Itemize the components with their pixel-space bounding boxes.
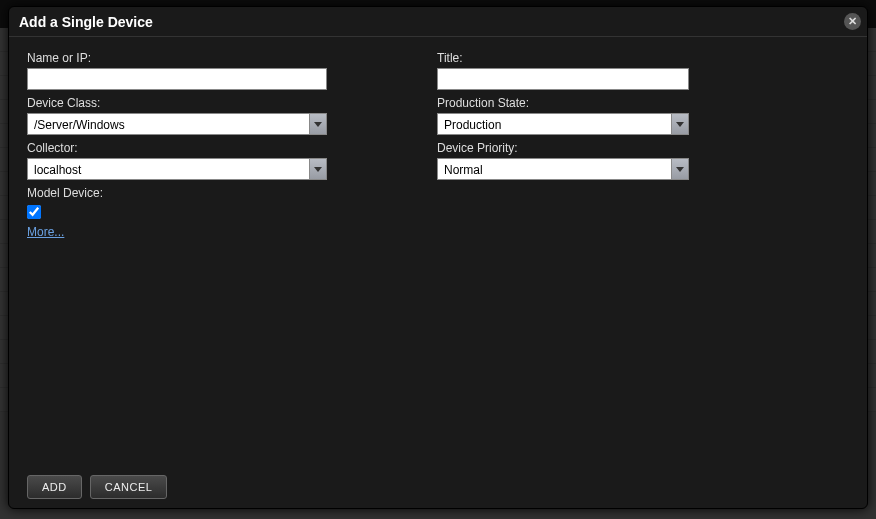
modal-header: Add a Single Device ✕ <box>9 7 867 37</box>
more-link[interactable]: More... <box>27 225 64 239</box>
collector-select[interactable]: localhost <box>27 158 327 180</box>
model-device-label: Model Device: <box>27 186 327 200</box>
cancel-button[interactable]: CANCEL <box>90 475 168 499</box>
priority-select[interactable]: Normal <box>437 158 689 180</box>
add-button[interactable]: ADD <box>27 475 82 499</box>
prod-state-value: Production <box>437 113 689 135</box>
title-label: Title: <box>437 51 737 65</box>
collector-label: Collector: <box>27 141 327 155</box>
collector-value: localhost <box>27 158 327 180</box>
device-class-value: /Server/Windows <box>27 113 327 135</box>
chevron-down-icon[interactable] <box>309 158 327 180</box>
device-class-label: Device Class: <box>27 96 327 110</box>
priority-value: Normal <box>437 158 689 180</box>
left-column: Name or IP: Device Class: /Server/Window… <box>27 51 327 456</box>
modal-body: Name or IP: Device Class: /Server/Window… <box>9 37 867 466</box>
priority-label: Device Priority: <box>437 141 737 155</box>
close-icon: ✕ <box>848 15 857 27</box>
title-input[interactable] <box>437 68 689 90</box>
chevron-down-icon[interactable] <box>309 113 327 135</box>
model-device-checkbox[interactable] <box>27 205 41 219</box>
chevron-down-icon[interactable] <box>671 158 689 180</box>
modal-footer: ADD CANCEL <box>9 466 867 508</box>
name-input[interactable] <box>27 68 327 90</box>
right-column: Title: Production State: Production Devi… <box>437 51 737 456</box>
prod-state-label: Production State: <box>437 96 737 110</box>
name-label: Name or IP: <box>27 51 327 65</box>
close-button[interactable]: ✕ <box>844 13 861 30</box>
prod-state-select[interactable]: Production <box>437 113 689 135</box>
modal-title: Add a Single Device <box>19 14 153 30</box>
add-device-modal: Add a Single Device ✕ Name or IP: Device… <box>8 6 868 509</box>
chevron-down-icon[interactable] <box>671 113 689 135</box>
device-class-select[interactable]: /Server/Windows <box>27 113 327 135</box>
